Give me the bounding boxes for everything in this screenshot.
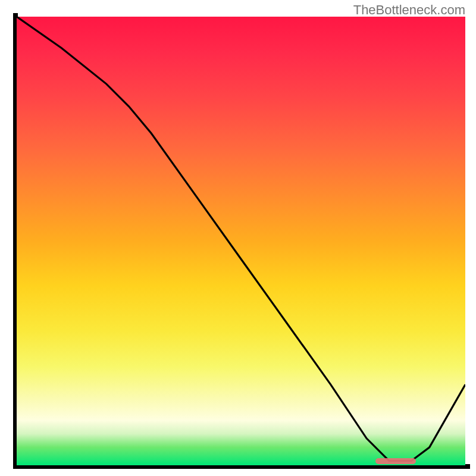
- chart-gradient-area: [17, 17, 465, 465]
- optimal-range-marker: [375, 458, 416, 464]
- watermark-text: TheBottleneck.com: [353, 2, 465, 18]
